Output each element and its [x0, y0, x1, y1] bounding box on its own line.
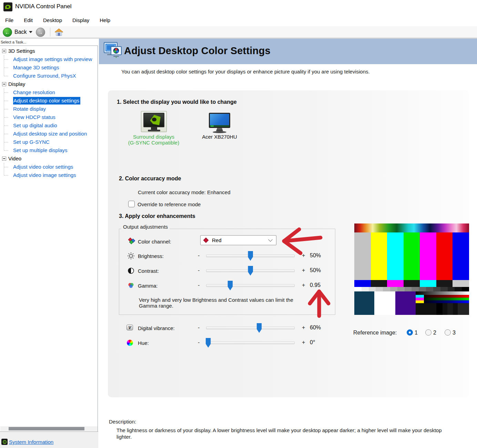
surround-display-monitor-icon[interactable]	[143, 113, 164, 127]
back-button-label[interactable]: Back	[14, 29, 27, 35]
brightness-plus: +	[302, 252, 305, 259]
digital-vibrance-icon: V	[126, 325, 134, 332]
reference-image-radio-2[interactable]	[425, 329, 432, 336]
tree-item-set-up-digital-audio[interactable]: Set up digital audio	[0, 121, 98, 130]
toolbar: ← Back →	[0, 26, 477, 38]
reference-image-radio-3[interactable]	[445, 329, 451, 336]
intro-text: You can adjust desktop color settings fo…	[121, 69, 370, 74]
contrast-minus: -	[198, 267, 200, 273]
brightness-icon	[127, 252, 135, 260]
reference-image-radio-1-label[interactable]: 1	[415, 330, 418, 336]
home-icon[interactable]	[54, 28, 63, 36]
back-dropdown-caret-icon[interactable]	[29, 31, 32, 33]
color-channel-select[interactable]: Red	[200, 235, 276, 245]
chevron-down-icon[interactable]	[268, 237, 273, 242]
tree-item-manage-3d-settings[interactable]: Manage 3D settings	[0, 63, 98, 72]
menu-edit[interactable]: Edit	[19, 15, 38, 25]
override-reference-mode-checkbox[interactable]	[128, 201, 135, 207]
digital-vibrance-slider[interactable]	[206, 327, 295, 329]
forward-button[interactable]: →	[36, 28, 45, 37]
collapse-icon[interactable]	[2, 82, 6, 86]
tree-item-adjust-image-settings[interactable]: Adjust image settings with preview	[0, 55, 98, 63]
red-channel-swatch-icon	[203, 238, 209, 243]
select-a-task-label: Select a Task...	[1, 40, 26, 44]
back-button[interactable]: ←	[3, 28, 12, 37]
contrast-label: Contrast:	[138, 268, 159, 274]
tree-item-view-hdcp-status[interactable]: View HDCP status	[0, 113, 98, 121]
task-tree: 3D Settings Adjust image settings with p…	[0, 46, 98, 432]
acer-display-monitor-icon[interactable]	[209, 113, 230, 128]
acer-display-label[interactable]: Acer XB270HU	[192, 134, 247, 140]
system-information-icon: i	[1, 439, 8, 445]
reference-image-radio-1[interactable]	[407, 329, 413, 336]
gamma-note: Very high and very low Brightness and Co…	[139, 297, 301, 309]
reference-image-radio-3-label[interactable]: 3	[453, 330, 456, 336]
brightness-slider[interactable]	[206, 255, 295, 257]
reference-test-pattern-image	[354, 223, 469, 315]
title-bar: NVIDIA Control Panel	[0, 0, 477, 14]
reference-image-radio-2-label[interactable]: 2	[433, 330, 436, 336]
gamma-slider[interactable]	[206, 284, 295, 287]
menu-help[interactable]: Help	[94, 15, 115, 25]
tree-category-label[interactable]: 3D Settings	[8, 48, 35, 54]
tree-item-change-resolution[interactable]: Change resolution	[0, 88, 98, 97]
hue-slider[interactable]	[206, 341, 295, 344]
contrast-value: 50%	[310, 267, 321, 273]
hue-value: 0°	[310, 339, 315, 346]
tree-category-label[interactable]: Video	[8, 156, 21, 161]
monitor-stand	[151, 127, 157, 130]
description-label: Description:	[109, 419, 136, 425]
section3-heading: 3. Apply color enhancements	[119, 213, 195, 219]
contrast-slider[interactable]	[206, 269, 295, 272]
toolbar-separator	[50, 28, 50, 37]
menu-file[interactable]: File	[0, 15, 19, 25]
tree-item-configure-surround-physx[interactable]: Configure Surround, PhysX	[0, 72, 98, 80]
digital-vibrance-label: Digital vibrance:	[138, 325, 175, 331]
menu-display[interactable]: Display	[67, 15, 94, 25]
page-header-icon	[103, 41, 123, 62]
tree-item-adjust-video-color-settings[interactable]: Adjust video color settings	[0, 163, 98, 171]
color-channel-icon	[128, 238, 135, 245]
digital-vibrance-plus: +	[302, 325, 305, 331]
monitor-base	[148, 130, 160, 131]
tree-category-display[interactable]: Display	[0, 80, 98, 88]
gamma-value: 0.95	[310, 282, 321, 288]
tree-item-set-up-gsync[interactable]: Set up G-SYNC	[0, 138, 98, 146]
brightness-value: 50%	[310, 252, 321, 259]
window-title: NVIDIA Control Panel	[15, 3, 71, 10]
collapse-icon[interactable]	[2, 157, 6, 161]
tree-item-set-up-multiple-displays[interactable]: Set up multiple displays	[0, 146, 98, 155]
digital-vibrance-minus: -	[198, 325, 200, 331]
brightness-label: Brightness:	[138, 253, 164, 259]
page-title: Adjust Desktop Color Settings	[124, 45, 271, 57]
tree-category-video[interactable]: Video	[0, 155, 98, 163]
gamma-minus: -	[198, 282, 200, 288]
reference-image-label: Reference image:	[353, 330, 397, 336]
tree-category-3d-settings[interactable]: 3D Settings	[0, 47, 98, 55]
brightness-minus: -	[198, 252, 200, 259]
menu-desktop[interactable]: Desktop	[38, 15, 67, 25]
hue-minus: -	[198, 339, 200, 346]
contrast-icon	[127, 267, 135, 275]
menu-bar: File Edit Desktop Display Help	[0, 14, 477, 26]
override-reference-mode-label[interactable]: Override to reference mode	[138, 201, 201, 207]
monitor-stand	[216, 128, 223, 131]
section2-heading: 2. Color accuracy mode	[119, 176, 181, 182]
system-information-link[interactable]: System Information	[9, 439, 53, 445]
tree-item-adjust-video-image-settings[interactable]: Adjust video image settings	[0, 171, 98, 179]
tree-item-adjust-desktop-size-position[interactable]: Adjust desktop size and position	[0, 130, 98, 138]
nvidia-app-icon	[3, 2, 12, 11]
gamma-label: Gamma:	[138, 283, 158, 289]
tree-category-label[interactable]: Display	[8, 81, 25, 87]
color-channel-value: Red	[212, 237, 269, 243]
contrast-plus: +	[302, 267, 305, 273]
sidebar-hscrollbar-thumb[interactable]	[9, 427, 84, 430]
collapse-icon[interactable]	[2, 49, 6, 53]
current-accuracy-mode-text: Current color accuracy mode: Enhanced	[138, 189, 230, 195]
hue-icon	[127, 340, 134, 347]
color-channel-label: Color channel:	[138, 239, 171, 245]
gamma-plus: +	[302, 282, 305, 288]
tree-item-adjust-desktop-color-settings-selected[interactable]: Adjust desktop color settings	[0, 97, 98, 105]
surround-display-label[interactable]: Surround displays (G-SYNC Compatible)	[126, 134, 181, 146]
tree-item-rotate-display[interactable]: Rotate display	[0, 105, 98, 113]
